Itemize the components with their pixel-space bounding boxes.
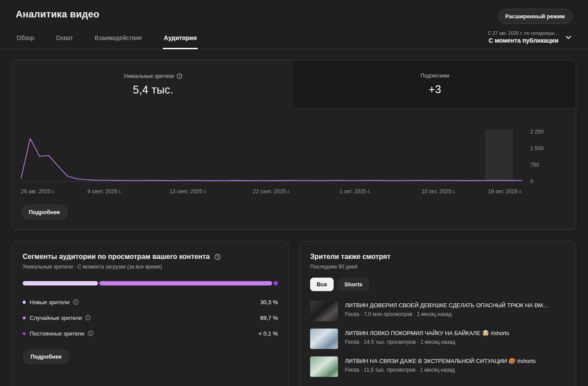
video-list-item[interactable]: ЛИТВИН НА СВЯЗИ ДАЖЕ В ЭКСТРЕМАЛЬНОЙ СИТ… (310, 356, 565, 377)
date-range-selector[interactable]: С 27 авг. 2025 г. по сегодняшн... С моме… (488, 30, 572, 44)
subscribers-value: +3 (429, 83, 441, 96)
audience-line-chart[interactable]: 2 2501 500750026 авг. 2025 г.4 сент. 202… (21, 128, 567, 198)
legend-value: < 0,1 % (259, 330, 278, 337)
chart-wrap: 2 2501 500750026 авг. 2025 г.4 сент. 202… (12, 108, 576, 198)
svg-text:22 сент. 2025 г.: 22 сент. 2025 г. (253, 188, 291, 195)
legend-label: Случайные зрители (30, 315, 82, 321)
video-info: ЛИТВИН ЛОВКО ПОКОРМИЛ ЧАЙКУ НА БАЙКАЛЕ 🤯… (345, 329, 509, 345)
header: Аналитика видео Расширенный режим (0, 0, 588, 24)
info-icon[interactable] (85, 315, 91, 321)
svg-text:10 окт. 2025 г.: 10 окт. 2025 г. (422, 188, 456, 195)
video-list-item[interactable]: ЛИТВИН ДОВЕРИЛ СВОЕЙ ДЕВУШКЕ СДЕЛАТЬ ОПА… (310, 301, 565, 321)
svg-text:1 500: 1 500 (530, 145, 544, 151)
analytics-tabs: Обзор Охват Взаимодействие Аудитория (16, 30, 198, 49)
video-title: ЛИТВИН ДОВЕРИЛ СВОЕЙ ДЕВУШКЕ СДЕЛАТЬ ОПА… (345, 302, 547, 309)
tab-engagement[interactable]: Взаимодействие (94, 30, 143, 49)
segment-regular-viewers-bar (274, 281, 278, 285)
unique-viewers-value: 5,4 тыс. (133, 84, 173, 96)
legend-label: Постоянные зрители (30, 330, 84, 337)
info-icon[interactable] (88, 330, 94, 336)
segment-new-viewers-bar (23, 281, 98, 285)
legend-dot (23, 332, 26, 335)
chevron-down-icon[interactable] (564, 34, 572, 41)
video-meta: Fiesta · 11,5 тыс. просмотров · 1 месяц … (345, 367, 536, 373)
video-title: ЛИТВИН ЛОВКО ПОКОРМИЛ ЧАЙКУ НА БАЙКАЛЕ 🤯… (345, 330, 509, 336)
video-list-item[interactable]: ЛИТВИН ЛОВКО ПОКОРМИЛ ЧАЙКУ НА БАЙКАЛЕ 🤯… (310, 329, 565, 349)
clock-icon (176, 73, 182, 79)
viewers-also-watch-card: Зрители также смотрят Последние 90 дней … (299, 241, 576, 386)
info-icon[interactable] (73, 299, 79, 305)
svg-text:1 окт. 2025 г.: 1 окт. 2025 г. (339, 188, 370, 195)
svg-text:750: 750 (530, 162, 539, 168)
tab-overview[interactable]: Обзор (16, 30, 35, 49)
video-thumbnail (310, 356, 338, 377)
advanced-mode-button[interactable]: Расширенный режим (498, 9, 572, 24)
also-watch-title: Зрители также смотрят (310, 253, 565, 261)
segments-stacked-bar (23, 281, 278, 285)
audience-segments-card: Сегменты аудитории по просмотрам вашего … (12, 241, 289, 386)
legend-value: 69,7 % (260, 315, 278, 321)
svg-text:4 сент. 2025 г.: 4 сент. 2025 г. (87, 188, 122, 195)
metric-tab-unique-viewers[interactable]: Уникальные зрители 5,4 тыс. (12, 60, 294, 108)
also-watch-video-list: ЛИТВИН ДОВЕРИЛ СВОЕЙ ДЕВУШКЕ СДЕЛАТЬ ОПА… (310, 301, 565, 377)
legend-dot (23, 316, 26, 319)
segments-card-subtitle: Уникальные зрители · С момента загрузки … (23, 264, 278, 270)
cards-row: Сегменты аудитории по просмотрам вашего … (12, 241, 576, 386)
date-range-text: С 27 авг. 2025 г. по сегодняшн... С моме… (488, 30, 558, 44)
segments-legend: Новые зрители 30,3 % Случайные зрители 6… (23, 294, 278, 341)
also-watch-filters: Все Shorts (310, 278, 565, 291)
filter-chip-shorts[interactable]: Shorts (338, 278, 369, 291)
legend-dot (23, 301, 26, 304)
segments-card-title: Сегменты аудитории по просмотрам вашего … (23, 253, 210, 261)
analytics-page: Аналитика видео Расширенный режим Обзор … (0, 0, 588, 386)
filter-chip-all[interactable]: Все (310, 278, 334, 291)
svg-text:2 250: 2 250 (530, 129, 544, 135)
header-tabs-bar: Обзор Охват Взаимодействие Аудитория С 2… (0, 24, 588, 50)
subscribers-label: Подписчики (420, 73, 449, 79)
video-thumbnail (310, 329, 338, 349)
date-range-mode: С момента публикации (488, 37, 558, 44)
legend-row-regular-viewers: Постоянные зрители < 0,1 % (23, 326, 278, 341)
page-title: Аналитика видео (16, 9, 99, 20)
audience-chart-card: Уникальные зрители 5,4 тыс. Подписчики +… (12, 60, 576, 230)
clock-icon (214, 254, 221, 260)
tab-audience[interactable]: Аудитория (163, 30, 198, 49)
unique-viewers-label: Уникальные зрители (124, 73, 174, 79)
video-meta: Fiesta · 7,0 млн просмотров · 1 месяц на… (345, 311, 547, 317)
segments-details-button[interactable]: Подробнее (23, 349, 70, 364)
video-meta: Fiesta · 14,5 тыс. просмотров · 1 месяц … (345, 339, 509, 345)
segment-casual-viewers-bar (99, 281, 272, 285)
svg-text:0: 0 (530, 178, 533, 185)
metric-tab-subscribers[interactable]: Подписчики +3 (294, 60, 576, 108)
video-thumbnail (310, 301, 338, 321)
legend-row-new-viewers: Новые зрители 30,3 % (23, 294, 278, 310)
svg-text:26 авг. 2025 г.: 26 авг. 2025 г. (21, 188, 55, 195)
date-range-period: С 27 авг. 2025 г. по сегодняшн... (488, 30, 558, 36)
svg-text:13 сент. 2025 г.: 13 сент. 2025 г. (169, 188, 207, 195)
metric-tabs: Уникальные зрители 5,4 тыс. Подписчики +… (12, 60, 576, 108)
svg-text:19 окт. 2025 г.: 19 окт. 2025 г. (488, 188, 522, 195)
chart-details-button[interactable]: Подробнее (21, 205, 68, 220)
legend-row-casual-viewers: Случайные зрители 69,7 % (23, 310, 278, 326)
video-info: ЛИТВИН ДОВЕРИЛ СВОЕЙ ДЕВУШКЕ СДЕЛАТЬ ОПА… (345, 301, 547, 317)
video-title: ЛИТВИН НА СВЯЗИ ДАЖЕ В ЭКСТРЕМАЛЬНОЙ СИТ… (345, 358, 536, 364)
legend-label: Новые зрители (30, 299, 70, 305)
also-watch-subtitle: Последние 90 дней (310, 264, 565, 270)
video-info: ЛИТВИН НА СВЯЗИ ДАЖЕ В ЭКСТРЕМАЛЬНОЙ СИТ… (345, 356, 536, 373)
tab-reach[interactable]: Охват (55, 30, 74, 49)
legend-value: 30,3 % (260, 299, 278, 305)
